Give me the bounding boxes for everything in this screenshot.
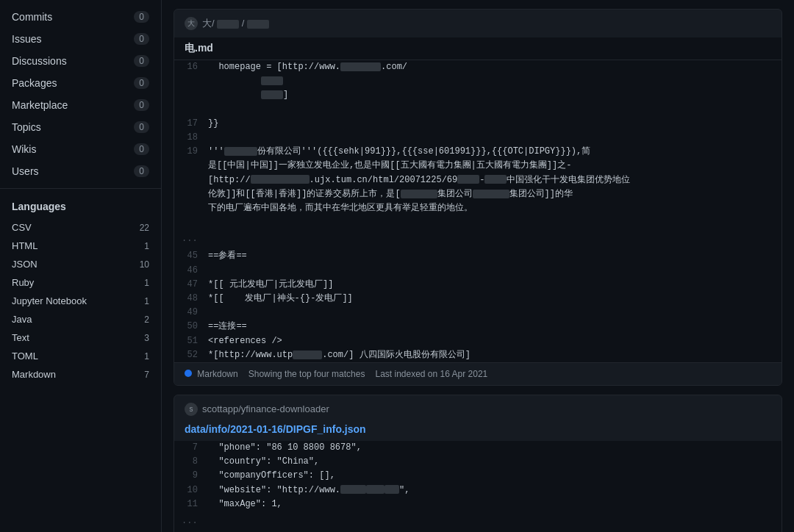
result-footer-1: Markdown Showing the top four matches La… bbox=[174, 362, 782, 385]
code-line: 16 homepage = [http://www..com/ ] bbox=[174, 60, 782, 117]
result-repo-header-2: s scottapp/yfinance-downloader bbox=[174, 395, 782, 423]
code-line: 17 }} bbox=[174, 117, 782, 131]
sidebar-item-users[interactable]: Users 0 bbox=[0, 160, 161, 182]
lang-item-csv[interactable]: CSV 22 bbox=[0, 218, 161, 237]
lang-item-text[interactable]: Text 3 bbox=[0, 328, 161, 347]
code-line: 19 '''份有限公司'''({{{sehk|991}}},{{{sse|601… bbox=[174, 145, 782, 229]
lang-item-jupyter[interactable]: Jupyter Notebook 1 bbox=[0, 292, 161, 310]
code-line: 45 ==参看== bbox=[174, 249, 782, 263]
ellipsis: ... bbox=[174, 511, 782, 531]
sidebar-item-wikis[interactable]: Wikis 0 bbox=[0, 138, 161, 160]
result-repo-header-1: 大 大/ / bbox=[174, 10, 782, 37]
code-line: 8 "country": "China", bbox=[174, 455, 782, 469]
sidebar-divider bbox=[0, 188, 161, 189]
code-line: 46 bbox=[174, 264, 782, 278]
markdown-dot bbox=[185, 370, 192, 377]
lang-item-java[interactable]: Java 2 bbox=[0, 310, 161, 328]
file-title-1: 电.md bbox=[174, 37, 782, 60]
code-line: 11 "maxAge": 1, bbox=[174, 497, 782, 511]
main-content: 大 大/ / 电.md 16 homepage = [http://www..c… bbox=[162, 0, 794, 532]
code-line: 7 "phone": "86 10 8800 8678", bbox=[174, 441, 782, 455]
languages-section-title: Languages bbox=[0, 195, 161, 218]
repo-name-2: scottapp/yfinance-downloader bbox=[202, 403, 329, 414]
code-line: 10 "website": "http://www.", bbox=[174, 484, 782, 497]
code-line: 18 bbox=[174, 131, 782, 145]
sidebar-item-topics[interactable]: Topics 0 bbox=[0, 116, 161, 138]
lang-item-html[interactable]: HTML 1 bbox=[0, 237, 161, 255]
code-block-2: 7 "phone": "86 10 8800 8678", 8 "country… bbox=[174, 441, 782, 532]
lang-item-markdown[interactable]: Markdown 7 bbox=[0, 365, 161, 384]
lang-item-toml[interactable]: TOML 1 bbox=[0, 347, 161, 365]
code-line: 48 *[[ 发电厂|神头-{}-发电厂]] bbox=[174, 292, 782, 306]
lang-item-ruby[interactable]: Ruby 1 bbox=[0, 273, 161, 292]
sidebar-item-issues[interactable]: Issues 0 bbox=[0, 28, 161, 50]
code-line: 50 ==连接== bbox=[174, 320, 782, 334]
result-file-link-2[interactable]: data/info/2021-01-16/DIPGF_info.json bbox=[174, 423, 782, 441]
code-line: 9 "companyOfficers": [], bbox=[174, 469, 782, 483]
code-line: 51 <references /> bbox=[174, 334, 782, 348]
avatar-1: 大 bbox=[185, 17, 198, 30]
ellipsis: ... bbox=[174, 229, 782, 249]
sidebar-item-packages[interactable]: Packages 0 bbox=[0, 72, 161, 94]
sidebar-item-marketplace[interactable]: Marketplace 0 bbox=[0, 94, 161, 116]
sidebar-item-discussions[interactable]: Discussions 0 bbox=[0, 50, 161, 72]
sidebar-item-commits[interactable]: Commits 0 bbox=[0, 6, 161, 28]
code-block-1: 16 homepage = [http://www..com/ ] 17 }} … bbox=[174, 60, 782, 362]
code-line: 47 *[[ 元北发电厂|元北发电厂]] bbox=[174, 278, 782, 292]
repo-name-1: 大/ / bbox=[202, 17, 269, 30]
result-card-1: 大 大/ / 电.md 16 homepage = [http://www..c… bbox=[174, 9, 782, 386]
code-line: 52 *[http://www.utp.com/] 八四国际火电股份有限公司] bbox=[174, 348, 782, 362]
sidebar: Commits 0 Issues 0 Discussions 0 Package… bbox=[0, 0, 162, 532]
code-line: 49 bbox=[174, 306, 782, 320]
lang-item-json[interactable]: JSON 10 bbox=[0, 255, 161, 273]
avatar-2: s bbox=[185, 403, 198, 416]
result-card-2: s scottapp/yfinance-downloader data/info… bbox=[174, 395, 782, 532]
